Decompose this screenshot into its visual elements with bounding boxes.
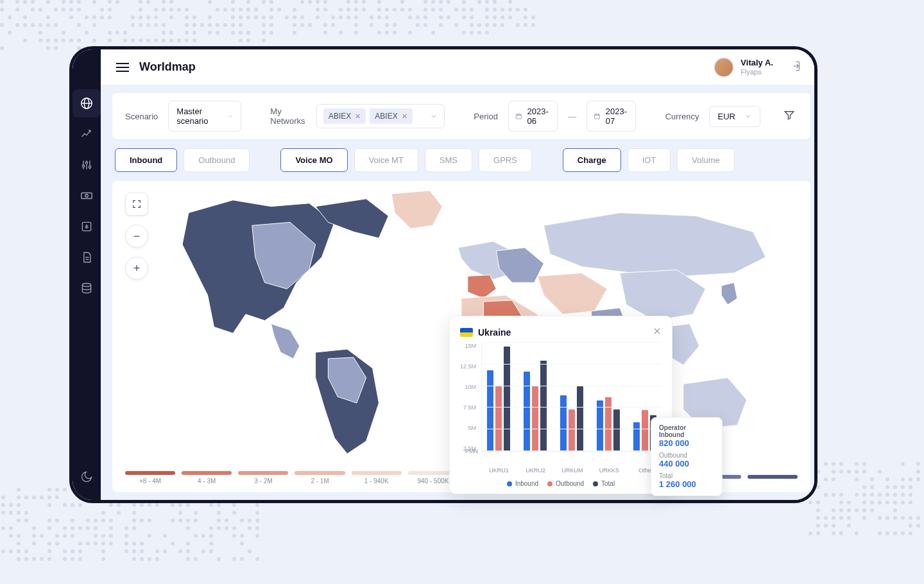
- tab-charge[interactable]: Charge: [563, 148, 621, 172]
- chevron-down-icon: [744, 112, 752, 120]
- chart-xlabel: PMN: [465, 448, 478, 454]
- chart-legend: InboundOutboundTotal: [460, 480, 662, 487]
- map-controls: − +: [125, 193, 148, 280]
- bar-group[interactable]: [592, 343, 624, 451]
- period-separator: —: [568, 112, 576, 121]
- svg-point-4: [89, 166, 90, 168]
- logo: [80, 56, 93, 87]
- document-icon: [80, 251, 93, 264]
- nav-billing[interactable]: [73, 182, 101, 210]
- legend-segment: 2 - 1M: [295, 471, 345, 485]
- calendar-icon: [515, 112, 522, 121]
- tab-inbound[interactable]: Inbound: [115, 148, 177, 172]
- funnel-icon: [783, 109, 795, 121]
- nav-theme[interactable]: [73, 463, 101, 491]
- popup-close-button[interactable]: [653, 327, 662, 338]
- tab-iot[interactable]: IOT: [628, 148, 671, 172]
- user-org: Flyaps: [740, 68, 773, 76]
- nav-trends[interactable]: [73, 120, 101, 148]
- page-title: Worldmap: [139, 60, 196, 74]
- period-from[interactable]: 2023-06: [508, 101, 558, 132]
- database-icon: [80, 282, 93, 295]
- bar-group[interactable]: [556, 343, 588, 451]
- tooltip-label: Inbound: [659, 431, 714, 438]
- legend-item: Total: [593, 480, 615, 487]
- tab-sms[interactable]: SMS: [425, 148, 472, 172]
- close-icon: [653, 327, 662, 336]
- fullscreen-button[interactable]: [125, 193, 148, 216]
- zoom-in-button[interactable]: +: [125, 257, 148, 280]
- trend-icon: [80, 128, 93, 141]
- topbar: Worldmap Vitaly A. Flyaps: [101, 49, 817, 85]
- tooltip-label: Total: [659, 472, 714, 479]
- menu-toggle[interactable]: [116, 63, 129, 72]
- currency-select[interactable]: EUR: [709, 106, 760, 127]
- zoom-out-button[interactable]: −: [125, 225, 148, 248]
- tooltip-value: 440 000: [659, 459, 714, 468]
- period-to[interactable]: 2023-07: [586, 101, 636, 132]
- tooltip-value: 1 260 000: [659, 479, 714, 489]
- scenario-label: Scenario: [125, 112, 158, 121]
- scenario-select[interactable]: Master scenario: [168, 101, 241, 132]
- tooltip-label: Outbound: [659, 452, 714, 459]
- networks-select[interactable]: ABIEX✕ ABIEX✕: [316, 104, 445, 128]
- expand-icon: [132, 199, 142, 209]
- tab-voice-mo[interactable]: Voice MO: [280, 148, 347, 172]
- user-info[interactable]: Vitaly A. Flyaps: [714, 57, 773, 78]
- chart-xlabels: UKRU1UKRU2URKUMURKKSOther: [483, 467, 662, 474]
- flag-ukraine-icon: [460, 328, 473, 337]
- nav-documents[interactable]: [73, 243, 101, 271]
- chart-tooltip: Operator Inbound820 000Outbound440 000To…: [651, 417, 723, 496]
- filter-button[interactable]: [781, 107, 798, 126]
- remove-tag-icon[interactable]: ✕: [355, 112, 361, 121]
- nav-worldmap[interactable]: [73, 89, 101, 117]
- globe-icon: [80, 96, 94, 110]
- country-popup: Ukraine 15M12.5M10M7.5M5M2.5M PMN UKRU1U…: [449, 316, 672, 494]
- logout-button[interactable]: [783, 55, 807, 80]
- networks-label: My Networks: [270, 107, 306, 126]
- network-tag: ABIEX✕: [370, 108, 412, 124]
- network-tag: ABIEX✕: [323, 108, 366, 124]
- tooltip-value: 820 000: [659, 438, 714, 448]
- currency-value: EUR: [717, 112, 735, 121]
- chevron-down-icon: [228, 112, 233, 120]
- chart-yaxis: 15M12.5M10M7.5M5M2.5M: [460, 343, 480, 452]
- svg-rect-10: [594, 114, 599, 119]
- nav-adjustments[interactable]: [73, 151, 101, 179]
- bar-group[interactable]: [520, 343, 551, 451]
- tab-gprs[interactable]: GPRS: [479, 148, 532, 172]
- scenario-value: Master scenario: [176, 107, 218, 126]
- legend-segment: 4 - 3M: [182, 471, 232, 485]
- tab-row: InboundOutboundVoice MOVoice MTSMSGPRSCh…: [112, 148, 810, 172]
- period-label: Period: [474, 112, 498, 121]
- logout-icon: [789, 60, 801, 73]
- svg-point-2: [82, 165, 84, 167]
- tab-outbound[interactable]: Outbound: [184, 148, 250, 172]
- bar-group[interactable]: [483, 343, 515, 451]
- legend-item: Inbound: [507, 480, 538, 487]
- legend-segment: 1 - 940K: [352, 471, 402, 485]
- legend-segment: +8 - 4M: [125, 471, 175, 485]
- tab-volume[interactable]: Volume: [677, 148, 734, 172]
- svg-rect-5: [81, 193, 92, 198]
- filter-bar: Scenario Master scenario My Networks ABI…: [112, 93, 810, 139]
- nav-database[interactable]: [73, 274, 101, 302]
- tooltip-heading: Operator: [659, 424, 714, 431]
- currency-label: Currency: [665, 112, 699, 121]
- nav-invoice[interactable]: [73, 212, 101, 241]
- user-name: Vitaly A.: [740, 58, 773, 68]
- legend-segment: [748, 475, 798, 481]
- moon-icon: [80, 470, 93, 483]
- svg-point-8: [82, 284, 90, 287]
- calendar-icon: [594, 112, 601, 121]
- avatar: [714, 57, 734, 78]
- chevron-down-icon: [430, 112, 438, 120]
- tab-voice-mt[interactable]: Voice MT: [354, 148, 418, 172]
- remove-tag-icon[interactable]: ✕: [402, 112, 407, 121]
- sidebar: [73, 49, 101, 500]
- popup-chart: 15M12.5M10M7.5M5M2.5M PMN: [460, 343, 662, 465]
- chart-body: [481, 343, 662, 452]
- svg-rect-9: [516, 114, 521, 119]
- invoice-icon: [80, 220, 93, 233]
- svg-point-6: [85, 194, 89, 198]
